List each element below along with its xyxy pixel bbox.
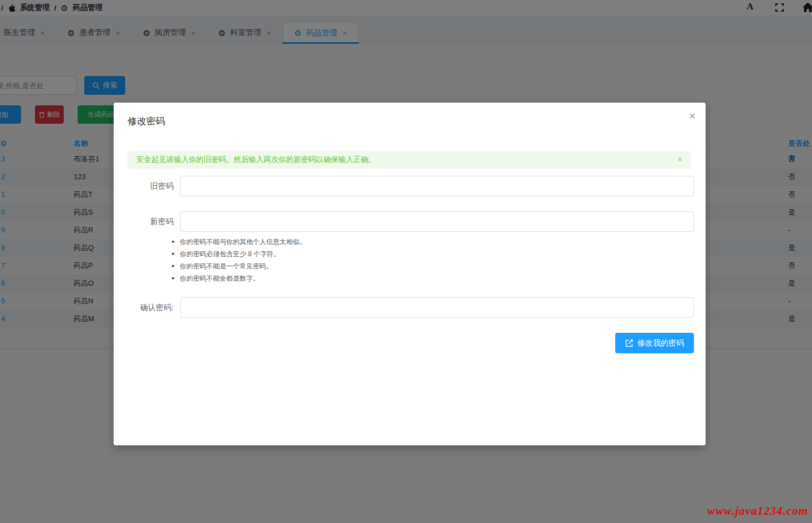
watermark: www.java1234.com [707, 504, 808, 518]
edit-square-icon [625, 339, 633, 347]
password-rule: 你的密码不能全都是数字。 [172, 272, 306, 285]
change-password-modal: 修改密码 × 安全起见请输入你的旧密码。然后输入两次你的新密码以确保输入正确。 … [114, 103, 706, 445]
password-rule: 你的密码不能是一个常见密码。 [172, 260, 306, 272]
alert-close-icon[interactable]: × [677, 155, 682, 164]
new-password-row: 新密码 [125, 211, 694, 232]
confirm-password-row: 确认密码: [125, 297, 694, 318]
close-icon[interactable]: × [689, 110, 696, 121]
confirm-password-label: 确认密码: [125, 303, 173, 313]
change-password-button-label: 修改我的密码 [637, 338, 684, 348]
old-password-row: 旧密码 [125, 176, 694, 196]
confirm-password-input[interactable] [180, 297, 694, 318]
new-password-label: 新密码 [125, 217, 173, 227]
new-password-input[interactable] [180, 211, 694, 232]
password-rule: 你的密码必须包含至少 8 个字符。 [172, 248, 306, 260]
password-hint-alert: 安全起见请输入你的旧密码。然后输入两次你的新密码以确保输入正确。 × [127, 151, 691, 169]
old-password-label: 旧密码 [125, 181, 173, 191]
password-rules-list: 你的密码不能与你的其他个人信息太相似。你的密码必须包含至少 8 个字符。你的密码… [172, 236, 306, 285]
change-password-button[interactable]: 修改我的密码 [615, 333, 694, 353]
modal-title: 修改密码 [127, 115, 165, 128]
old-password-input[interactable] [180, 176, 694, 196]
alert-text: 安全起见请输入你的旧密码。然后输入两次你的新密码以确保输入正确。 [136, 155, 376, 165]
password-rule: 你的密码不能与你的其他个人信息太相似。 [172, 236, 306, 248]
